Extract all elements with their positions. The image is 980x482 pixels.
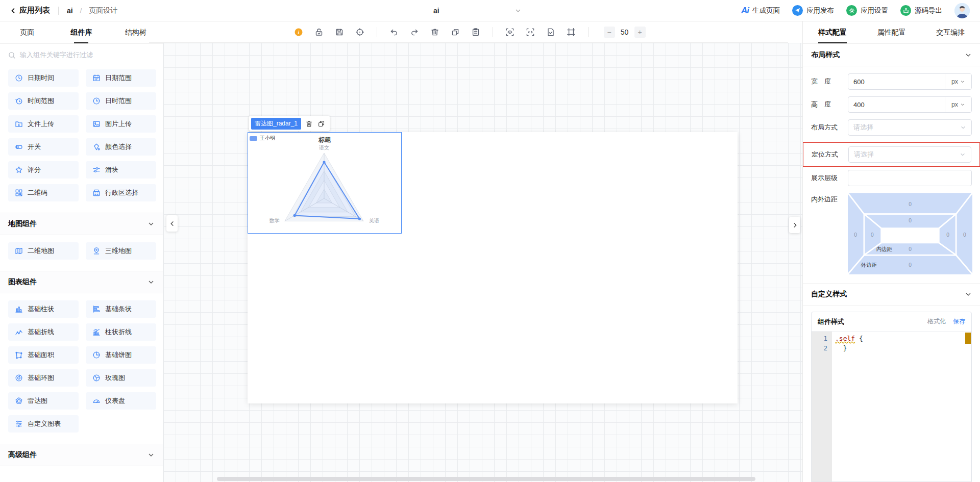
component-item[interactable]: 文件上传 bbox=[8, 115, 79, 133]
copy-component-icon[interactable] bbox=[316, 119, 326, 128]
height-input[interactable] bbox=[848, 97, 945, 112]
page-artboard[interactable]: 雷达图_radar_1 王小明 标题 语文 英语 数学 bbox=[248, 132, 738, 403]
width-unit-select[interactable]: px bbox=[945, 74, 971, 89]
component-item[interactable]: 基础折线 bbox=[8, 323, 79, 341]
app-publish-label: 应用发布 bbox=[806, 6, 834, 15]
component-item[interactable]: 基础柱状 bbox=[8, 300, 79, 318]
margin-top-value[interactable]: 0 bbox=[909, 201, 912, 207]
margin-bottom-value[interactable]: 0 bbox=[909, 262, 912, 268]
tab-props-config[interactable]: 属性配置 bbox=[862, 21, 921, 43]
component-item[interactable]: 雷达图 bbox=[8, 392, 79, 410]
copy-icon[interactable] bbox=[449, 26, 462, 39]
clock-alt-icon bbox=[92, 97, 101, 105]
page-selector[interactable]: ai bbox=[433, 0, 439, 21]
component-item[interactable]: 三维地图 bbox=[86, 242, 156, 260]
unlock-icon[interactable] bbox=[312, 26, 326, 39]
margin-right-value[interactable]: 0 bbox=[963, 232, 966, 238]
radar-chart-component[interactable]: 雷达图_radar_1 王小明 标题 语文 英语 数学 bbox=[248, 132, 402, 234]
avatar[interactable] bbox=[954, 3, 970, 18]
breadcrumb-app[interactable]: ai bbox=[67, 7, 73, 15]
padding-label: 内边距 bbox=[876, 246, 893, 252]
zoom-in-button[interactable]: + bbox=[634, 27, 646, 38]
component-item[interactable]: 评分 bbox=[8, 161, 79, 179]
chevron-down-icon[interactable] bbox=[514, 7, 522, 14]
component-item[interactable]: 颜色选择 bbox=[86, 138, 156, 156]
component-item[interactable]: 基础饼图 bbox=[86, 346, 156, 364]
component-item[interactable]: 基础环图 bbox=[8, 369, 79, 387]
section-title: 布局样式 bbox=[811, 50, 840, 60]
target-icon[interactable] bbox=[353, 26, 366, 39]
redo-icon[interactable] bbox=[408, 26, 421, 39]
padding-bottom-value[interactable]: 0 bbox=[909, 246, 912, 252]
component-item[interactable]: 日时范围 bbox=[86, 92, 156, 110]
info-icon[interactable]: i bbox=[292, 26, 305, 39]
component-item[interactable]: 滑块 bbox=[86, 161, 156, 179]
css-brace-token: { bbox=[855, 335, 863, 342]
map-2d-icon bbox=[15, 247, 23, 255]
paste-icon[interactable] bbox=[469, 26, 482, 39]
app-publish-button[interactable]: 应用发布 bbox=[792, 5, 834, 16]
padding-right-value[interactable]: 0 bbox=[946, 232, 949, 238]
component-item[interactable]: 玫瑰图 bbox=[86, 369, 156, 387]
trash-icon[interactable] bbox=[428, 26, 442, 39]
component-item[interactable]: 基础条状 bbox=[86, 300, 156, 318]
format-button[interactable]: 格式化 bbox=[927, 317, 946, 326]
design-canvas[interactable]: 雷达图_radar_1 王小明 标题 语文 英语 数学 bbox=[163, 43, 802, 482]
section-layout-style[interactable]: 布局样式 bbox=[803, 44, 980, 66]
spacing-label: 内外边距 bbox=[811, 193, 848, 204]
back-button[interactable]: 应用列表 bbox=[10, 6, 50, 15]
css-brace-token: } bbox=[835, 344, 847, 352]
section-custom-style[interactable]: 自定义样式 bbox=[803, 283, 980, 306]
component-item-label: 时间范围 bbox=[28, 96, 54, 106]
toolbar-group-file: i bbox=[292, 26, 366, 39]
component-item[interactable]: 二维码 bbox=[8, 184, 79, 201]
frame-icon[interactable] bbox=[565, 26, 578, 39]
component-item[interactable]: 二维地图 bbox=[8, 242, 79, 260]
undo-icon[interactable] bbox=[387, 26, 401, 39]
component-item[interactable]: 开关 bbox=[8, 138, 79, 156]
collapse-left-panel-button[interactable] bbox=[166, 215, 178, 232]
source-export-button[interactable]: 源码导出 bbox=[900, 5, 942, 16]
tab-component-library[interactable]: 组件库 bbox=[54, 21, 108, 43]
width-input[interactable] bbox=[848, 74, 945, 89]
section-map-components[interactable]: 地图组件 bbox=[0, 213, 163, 235]
box-model-widget[interactable]: 0 0 0 0 0 0 内边距 0 外边距 0 bbox=[848, 193, 972, 274]
save-button[interactable]: 保存 bbox=[953, 317, 965, 326]
component-item[interactable]: 时间范围 bbox=[8, 92, 79, 110]
section-chart-components[interactable]: 图表组件 bbox=[0, 271, 163, 293]
component-search[interactable]: 输入组件关键字进行过滤 bbox=[0, 44, 163, 66]
zoom-out-button[interactable]: − bbox=[604, 27, 615, 38]
margin-left-value[interactable]: 0 bbox=[854, 232, 857, 238]
save-icon[interactable] bbox=[333, 26, 346, 39]
tab-interaction-config[interactable]: 交互编排 bbox=[921, 21, 980, 43]
component-item[interactable]: 基础面积 bbox=[8, 346, 79, 364]
component-item[interactable]: 日期时间 bbox=[8, 69, 79, 87]
scan-eye-icon[interactable] bbox=[503, 26, 517, 39]
component-item[interactable]: 自定义图表 bbox=[8, 415, 79, 433]
layout-mode-select[interactable]: 请选择 bbox=[848, 119, 972, 136]
position-mode-select[interactable]: 请选择 bbox=[848, 146, 971, 163]
component-item[interactable]: 仪表盘 bbox=[86, 392, 156, 410]
component-name-badge[interactable]: 雷达图_radar_1 bbox=[251, 118, 301, 130]
component-item[interactable]: 日期范围 bbox=[86, 69, 156, 87]
tab-pages[interactable]: 页面 bbox=[0, 21, 54, 43]
delete-component-icon[interactable] bbox=[304, 119, 313, 128]
doc-check-icon[interactable] bbox=[544, 26, 557, 39]
height-unit-select[interactable]: px bbox=[945, 97, 971, 112]
padding-left-value[interactable]: 0 bbox=[871, 232, 874, 238]
component-item[interactable]: 行政区选择 bbox=[86, 184, 156, 201]
generate-page-button[interactable]: Ai 生成页面 bbox=[741, 6, 780, 16]
horizontal-scrollbar[interactable] bbox=[217, 477, 755, 481]
editor-code-area[interactable]: .self { } bbox=[832, 332, 971, 481]
scan-code-icon[interactable] bbox=[524, 26, 537, 39]
padding-top-value[interactable]: 0 bbox=[909, 218, 912, 223]
component-item[interactable]: 图片上传 bbox=[86, 115, 156, 133]
z-index-input[interactable] bbox=[848, 170, 972, 186]
app-settings-button[interactable]: 应用设置 bbox=[846, 5, 888, 16]
css-code-editor[interactable]: 1 2 .self { } bbox=[812, 332, 971, 481]
collapse-right-panel-button[interactable] bbox=[789, 217, 800, 233]
component-item[interactable]: 柱状折线 bbox=[86, 323, 156, 341]
tab-style-config[interactable]: 样式配置 bbox=[803, 21, 862, 43]
toolbar-group-view bbox=[503, 26, 578, 39]
section-advanced-components[interactable]: 高级组件 bbox=[0, 444, 163, 466]
